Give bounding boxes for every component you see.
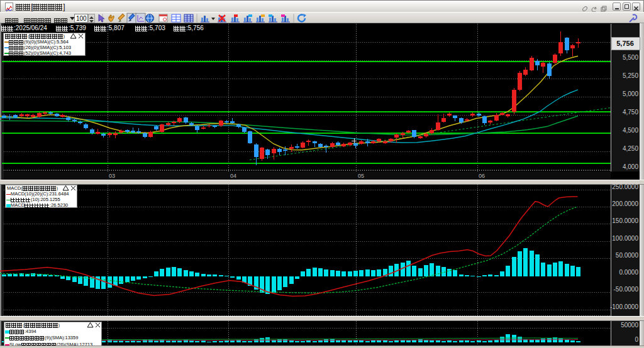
svg-text:0: 0 — [635, 336, 638, 343]
svg-text:50000: 50000 — [621, 322, 638, 329]
